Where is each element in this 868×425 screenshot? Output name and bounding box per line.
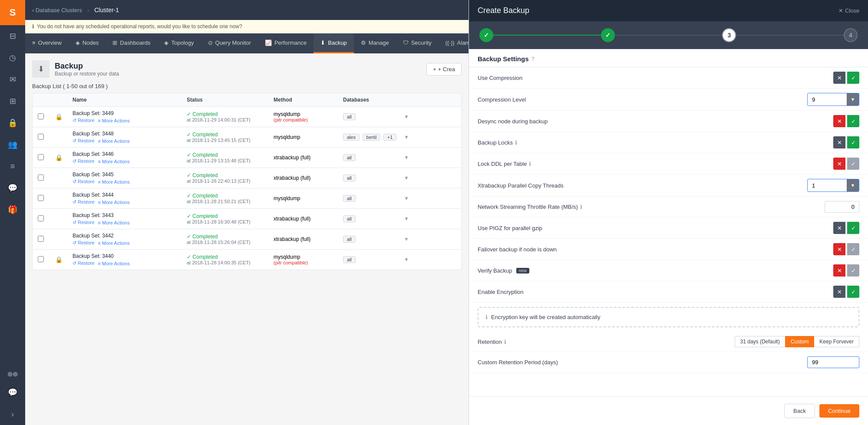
parallel-threads-value: 1 (808, 180, 847, 191)
tab-manage[interactable]: ⚙ Manage (354, 33, 396, 53)
compression-level-select[interactable]: 9 ▼ (807, 93, 859, 106)
tab-alarms[interactable]: ((·)) Alarms 0 (439, 33, 469, 53)
verify-backup-x[interactable]: ✕ (833, 264, 845, 277)
sidebar-item-lock[interactable]: 🔒 (0, 112, 25, 134)
panel-footer: Back Continue (469, 396, 868, 425)
use-compression-check[interactable]: ✓ (847, 72, 859, 84)
close-button[interactable]: ✕ Close (838, 7, 859, 14)
sidebar-item-users[interactable]: 👥 (0, 134, 25, 155)
custom-retention-input[interactable] (807, 356, 859, 368)
row-checkbox[interactable] (38, 236, 44, 242)
restore-link[interactable]: ↺ Restore (73, 179, 95, 184)
lock-ddl-x[interactable]: ✕ (833, 158, 845, 170)
sidebar-item-analytics[interactable]: ◷ (0, 47, 25, 69)
restore-link[interactable]: ↺ Restore (73, 199, 95, 205)
desync-node-check[interactable]: ✓ (847, 115, 859, 127)
lock-ddl-check[interactable]: ✓ (847, 158, 859, 170)
restore-link[interactable]: ↺ Restore (73, 220, 95, 225)
tab-query-monitor[interactable]: ⊙ Query Monitor (201, 33, 258, 53)
failover-x[interactable]: ✕ (833, 243, 845, 255)
use-pigz-x[interactable]: ✕ (833, 222, 845, 234)
more-actions-link[interactable]: ≡ More Actions (98, 138, 130, 144)
restore-link[interactable]: ↺ Restore (73, 158, 95, 164)
desync-node-x[interactable]: ✕ (833, 115, 845, 127)
tab-nodes[interactable]: ◈ Nodes (69, 33, 106, 53)
compression-level-arrow-icon[interactable]: ▼ (847, 93, 859, 105)
retention-forever-button[interactable]: Keep Forvever (814, 336, 859, 347)
backup-locks-help-icon[interactable]: ℹ (515, 139, 517, 146)
sidebar-item-list[interactable]: ≡ (0, 155, 25, 177)
more-actions-link[interactable]: ≡ More Actions (98, 118, 130, 123)
more-actions-link[interactable]: ≡ More Actions (98, 158, 130, 164)
lock-ddl-help-icon[interactable]: ℹ (529, 161, 531, 167)
more-actions-link[interactable]: ≡ More Actions (98, 179, 130, 184)
step-line-1-2 (493, 35, 601, 36)
tab-overview[interactable]: ≡ Overview (25, 33, 69, 53)
restore-link[interactable]: ↺ Restore (73, 118, 95, 123)
row-checkbox[interactable] (38, 215, 44, 221)
restore-link[interactable]: ↺ Restore (73, 260, 95, 266)
sidebar-item-gift[interactable]: 🎁 (0, 199, 25, 221)
continue-button[interactable]: Continue (819, 404, 859, 418)
row-checkbox[interactable] (38, 256, 44, 262)
more-actions-link[interactable]: ≡ More Actions (98, 220, 130, 225)
sidebar-expand-icon[interactable]: › (0, 403, 25, 425)
step-4-circle: 4 (844, 28, 858, 42)
tab-topology[interactable]: ◈ Topology (157, 33, 201, 53)
enable-encryption-x[interactable]: ✕ (833, 286, 845, 298)
tab-dashboards[interactable]: ⊞ Dashboards (106, 33, 157, 53)
parallel-threads-arrow-icon[interactable]: ▼ (847, 179, 859, 191)
method-pitr: (pitr compatible) (274, 260, 343, 265)
col-icon (55, 97, 73, 103)
step-line-2-3 (615, 35, 723, 36)
retention-help-icon[interactable]: ℹ (504, 339, 506, 345)
more-actions-link[interactable]: ≡ More Actions (98, 199, 130, 205)
row-checkbox[interactable] (38, 195, 44, 201)
sidebar-item-mail[interactable]: ✉ (0, 69, 25, 90)
parallel-threads-select[interactable]: 1 ▼ (807, 179, 859, 192)
tab-security[interactable]: 🛡 Security (396, 33, 439, 53)
back-link[interactable]: ‹ Database Clusters (32, 7, 82, 13)
create-backup-button[interactable]: + + Crea (426, 63, 462, 76)
backup-locks-check[interactable]: ✓ (847, 136, 859, 148)
use-pigz-check[interactable]: ✓ (847, 222, 859, 234)
failover-check[interactable]: ✓ (847, 243, 859, 255)
throttle-rate-help-icon[interactable]: ℹ (580, 204, 582, 210)
row-checkbox[interactable] (38, 113, 44, 119)
backup-set-name: Backup Set: 3443 (73, 212, 187, 218)
sidebar-item-dashboard[interactable]: ⊟ (0, 25, 25, 47)
col-method: Method (274, 97, 343, 103)
sidebar-item-comment[interactable]: 💬 (0, 177, 25, 199)
restore-link[interactable]: ↺ Restore (73, 240, 95, 246)
tab-backup[interactable]: ⬇ Backup (314, 33, 353, 53)
row-checkbox[interactable] (38, 175, 44, 181)
restore-link[interactable]: ↺ Restore (73, 138, 95, 144)
step-3-circle: 3 (722, 28, 736, 42)
row-checkbox[interactable] (38, 134, 44, 140)
enable-encryption-check[interactable]: ✓ (847, 286, 859, 298)
chevron-down-icon: ▼ (404, 175, 456, 181)
sidebar-item-chat[interactable]: 💬 (0, 382, 25, 403)
retention-custom-button[interactable]: Custom (785, 336, 814, 347)
verify-backup-check[interactable]: ✓ (847, 264, 859, 277)
more-actions-link[interactable]: ≡ More Actions (98, 240, 130, 246)
back-button[interactable]: Back (784, 404, 815, 418)
row-checkbox[interactable] (38, 154, 44, 160)
tab-performance[interactable]: 📈 Performance (258, 33, 314, 53)
retention-default-button[interactable]: 31 days (Default) (735, 336, 785, 347)
breadcrumb[interactable]: ‹ Database Clusters (32, 7, 82, 13)
db-badge: all (343, 236, 356, 243)
more-actions-link[interactable]: ≡ More Actions (98, 260, 130, 266)
sidebar-toggle[interactable]: ⬤⬤ (0, 366, 25, 382)
throttle-rate-input[interactable] (825, 201, 859, 213)
backup-set-name: Backup Set: 3444 (73, 192, 187, 198)
section-help-icon[interactable]: ? (531, 56, 535, 62)
backup-set-name: Backup Set: 3442 (73, 233, 187, 239)
backup-locks-x[interactable]: ✕ (833, 136, 845, 148)
use-compression-x[interactable]: ✕ (833, 72, 845, 84)
backup-set-name: Backup Set: 3449 (73, 110, 187, 116)
status-completed: ✓ Completed (187, 254, 274, 260)
step-1-circle: ✓ (479, 28, 493, 42)
topology-icon: ◈ (164, 40, 168, 46)
sidebar-item-apps[interactable]: ⊞ (0, 90, 25, 112)
